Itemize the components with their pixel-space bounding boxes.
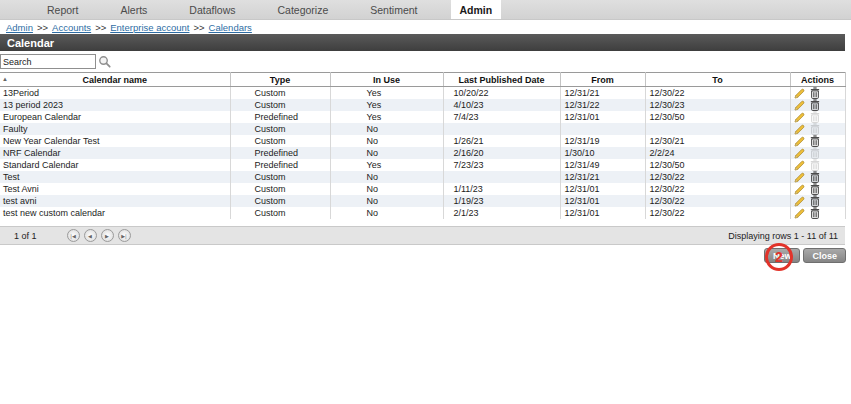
edit-icon[interactable]	[794, 196, 805, 207]
page-title: Calendar	[7, 37, 54, 49]
cell-last-published-date: 2/1/23	[443, 207, 560, 219]
column-header-last-published-date[interactable]: Last Published Date	[443, 73, 560, 87]
column-header-to[interactable]: To	[645, 73, 790, 87]
cell-actions	[790, 195, 845, 207]
edit-icon[interactable]	[794, 208, 805, 219]
delete-icon[interactable]	[810, 207, 820, 219]
cell-actions	[790, 171, 845, 183]
cell-to	[645, 123, 790, 135]
search-input[interactable]	[0, 54, 96, 69]
cell-calendar-name: New Year Calendar Test	[0, 135, 230, 147]
cell-calendar-name: European Calendar	[0, 111, 230, 123]
cell-from: 12/31/49	[560, 159, 645, 171]
delete-icon[interactable]	[810, 183, 820, 195]
close-button[interactable]: Close	[803, 248, 846, 263]
cell-actions	[790, 159, 845, 171]
column-header-type[interactable]: Type	[230, 73, 330, 87]
tab-alerts[interactable]: Alerts	[112, 0, 157, 19]
cell-type: Custom	[230, 171, 330, 183]
prev-page-button[interactable]: ◀	[84, 229, 97, 242]
edit-icon[interactable]	[794, 148, 805, 159]
cell-from: 12/31/01	[560, 183, 645, 195]
column-header-from[interactable]: From	[560, 73, 645, 87]
edit-icon[interactable]	[794, 88, 805, 99]
cell-type: Predefined	[230, 159, 330, 171]
table-row: Test Avni Custom No 1/11/23 12/31/01 12/…	[0, 183, 845, 195]
cell-calendar-name: Standard Calendar	[0, 159, 230, 171]
cell-in-use: Yes	[330, 99, 443, 111]
delete-icon[interactable]	[810, 99, 820, 111]
breadcrumb-link-accounts[interactable]: Accounts	[52, 22, 91, 33]
cell-last-published-date: 7/23/23	[443, 159, 560, 171]
delete-icon[interactable]	[810, 171, 820, 183]
tab-dataflows[interactable]: Dataflows	[180, 0, 244, 19]
sort-asc-icon: ▲	[2, 76, 8, 82]
cell-in-use: Yes	[330, 87, 443, 100]
delete-icon[interactable]	[810, 87, 820, 99]
cell-to: 12/30/22	[645, 207, 790, 219]
cell-type: Custom	[230, 135, 330, 147]
breadcrumb-link-admin[interactable]: Admin	[6, 22, 33, 33]
delete-icon[interactable]	[810, 195, 820, 207]
breadcrumb-link-calendars[interactable]: Calendars	[209, 22, 252, 33]
table-row: European Calendar Predefined Yes 7/4/23 …	[0, 111, 845, 123]
page-title-bar: Calendar	[0, 34, 845, 51]
cell-calendar-name: 13 period 2023	[0, 99, 230, 111]
app-root: Report Alerts Dataflows Categorize Senti…	[0, 0, 851, 263]
calendar-table: ▲ Calendar name Type In Use Last Publish…	[0, 72, 846, 219]
table-header-row: ▲ Calendar name Type In Use Last Publish…	[0, 73, 845, 87]
cell-calendar-name: Test Avni	[0, 183, 230, 195]
cell-in-use: Yes	[330, 159, 443, 171]
breadcrumb-separator: >>	[37, 22, 48, 33]
cell-type: Custom	[230, 195, 330, 207]
column-header-calendar-name[interactable]: ▲ Calendar name	[0, 73, 230, 87]
cell-last-published-date: 1/26/21	[443, 135, 560, 147]
cell-calendar-name: test new custom calendar	[0, 207, 230, 219]
cell-to: 12/30/22	[645, 183, 790, 195]
edit-icon[interactable]	[794, 184, 805, 195]
cell-type: Custom	[230, 207, 330, 219]
cell-actions	[790, 207, 845, 219]
next-page-button[interactable]: ▶	[101, 229, 114, 242]
cell-last-published-date	[443, 171, 560, 183]
delete-icon[interactable]	[810, 135, 820, 147]
cell-from: 12/31/21	[560, 87, 645, 100]
cell-in-use: No	[330, 135, 443, 147]
breadcrumb: Admin >> Accounts >> Enterprise account …	[0, 20, 851, 34]
cell-from	[560, 123, 645, 135]
top-navigation: Report Alerts Dataflows Categorize Senti…	[0, 0, 851, 20]
cell-to: 2/2/24	[645, 147, 790, 159]
cell-from: 12/31/01	[560, 111, 645, 123]
table-row: 13Period Custom Yes 10/20/22 12/31/21 12…	[0, 87, 845, 100]
pager-controls: |◀ ◀ ▶ ▶|	[67, 229, 131, 242]
edit-icon[interactable]	[794, 100, 805, 111]
tab-admin[interactable]: Admin	[451, 0, 502, 19]
tab-sentiment[interactable]: Sentiment	[361, 0, 426, 19]
edit-icon[interactable]	[794, 136, 805, 147]
cell-type: Custom	[230, 123, 330, 135]
table-row: test new custom calendar Custom No 2/1/2…	[0, 207, 845, 219]
cell-to: 12/30/22	[645, 171, 790, 183]
edit-icon[interactable]	[794, 124, 805, 135]
search-icon[interactable]	[98, 55, 111, 68]
column-header-in-use[interactable]: In Use	[330, 73, 443, 87]
edit-icon[interactable]	[794, 160, 805, 171]
delete-icon	[810, 147, 820, 159]
cell-to: 12/30/22	[645, 195, 790, 207]
breadcrumb-link-enterprise-account[interactable]: Enterprise account	[110, 22, 189, 33]
tab-categorize[interactable]: Categorize	[268, 0, 337, 19]
cell-actions	[790, 99, 845, 111]
cell-actions	[790, 123, 845, 135]
edit-icon[interactable]	[794, 172, 805, 183]
cell-in-use: No	[330, 147, 443, 159]
table-row: 13 period 2023 Custom Yes 4/10/23 12/31/…	[0, 99, 845, 111]
cell-last-published-date: 1/19/23	[443, 195, 560, 207]
cell-from: 12/31/19	[560, 135, 645, 147]
last-page-button[interactable]: ▶|	[118, 229, 131, 242]
first-page-button[interactable]: |◀	[67, 229, 80, 242]
edit-icon[interactable]	[794, 112, 805, 123]
tab-report[interactable]: Report	[38, 0, 88, 19]
cell-from: 1/30/10	[560, 147, 645, 159]
cell-to: 12/30/21	[645, 135, 790, 147]
cell-actions	[790, 87, 845, 100]
